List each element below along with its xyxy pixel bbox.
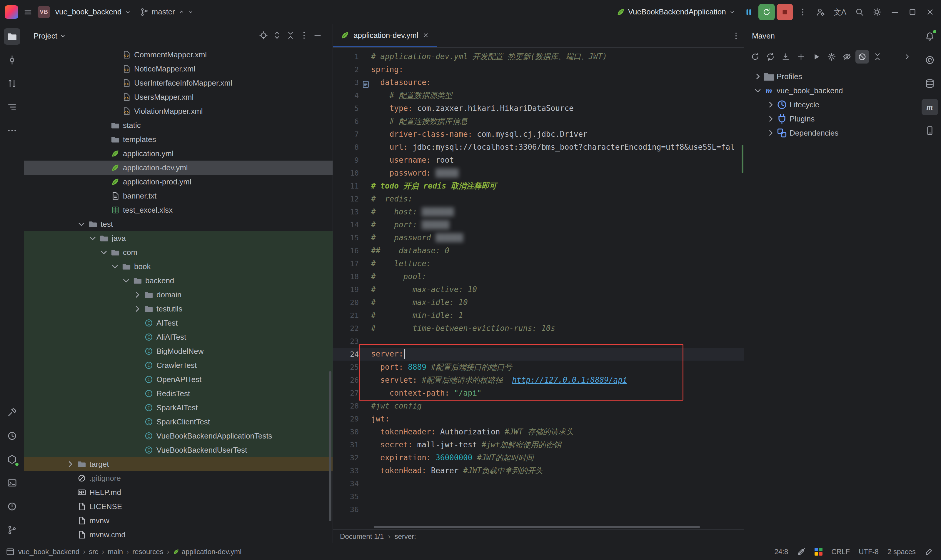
code-line-26[interactable]: 26 servlet: #配置后端请求的根路径 http://127.0.0.1… — [333, 374, 744, 386]
editor-options-button[interactable] — [728, 28, 744, 44]
tool-profiler-button[interactable] — [4, 428, 20, 444]
tool-terminal-button[interactable] — [4, 475, 20, 491]
tree-item-templates[interactable]: templates — [24, 132, 332, 146]
code-line-8[interactable]: 8 url: jdbc:mysql://localhost:3306/bms_b… — [333, 141, 744, 154]
more-actions-button[interactable] — [795, 4, 811, 20]
maven-generate-sources-button[interactable] — [764, 50, 777, 63]
project-switcher[interactable]: vue_book_backend — [52, 4, 135, 20]
code-line-35[interactable]: 35 — [333, 490, 744, 503]
code-line-6[interactable]: 6 # 配置连接数据库信息 — [333, 115, 744, 128]
search-button[interactable] — [852, 4, 867, 20]
code-line-15[interactable]: 15# password ██████ — [333, 231, 744, 244]
tree-item-backend[interactable]: backend — [24, 274, 332, 288]
tree-item-noticemapper-xml[interactable]: NoticeMapper.xml — [24, 62, 332, 76]
chevron-down-icon[interactable] — [87, 233, 98, 244]
tree-item-aliaitest[interactable]: CAliAITest — [24, 330, 332, 344]
code-line-17[interactable]: 17# lettuce: — [333, 257, 744, 270]
tree-item-application-yml[interactable]: application.yml — [24, 146, 332, 161]
maven-item-vue-book-backend[interactable]: mvue_book_backend — [744, 83, 918, 98]
project-window-icon[interactable] — [6, 547, 15, 556]
tree-item-banner-txt[interactable]: banner.txt — [24, 189, 332, 203]
tab-application-dev-yml[interactable]: application-dev.yml — [333, 24, 437, 47]
tab-close-icon[interactable] — [423, 32, 429, 38]
code-line-22[interactable]: 22# time-between-eviction-runs: 10s — [333, 322, 744, 335]
tree-item-redistest[interactable]: CRedisTest — [24, 386, 332, 401]
project-scrollbar[interactable] — [329, 371, 331, 521]
chevron-down-icon[interactable] — [121, 275, 132, 286]
code-line-21[interactable]: 21# min-idle: 1 — [333, 309, 744, 322]
tree-item-mvnw[interactable]: mvnw — [24, 514, 332, 528]
code-line-19[interactable]: 19# max-active: 10 — [333, 283, 744, 296]
hide-button[interactable] — [313, 31, 322, 41]
tool-database-button[interactable] — [922, 75, 938, 92]
tree-item-license[interactable]: LICENSE — [24, 499, 332, 514]
tree-item-target[interactable]: target — [24, 457, 332, 471]
code-line-13[interactable]: 13# host: ███████ — [333, 205, 744, 218]
tool-device-manager-button[interactable] — [922, 122, 938, 139]
tree-item-openapitest[interactable]: COpenAPITest — [24, 372, 332, 386]
locate-button[interactable] — [259, 31, 268, 41]
tree-item-com[interactable]: com — [24, 245, 332, 259]
more-vertical-button[interactable] — [300, 31, 309, 41]
code-line-4[interactable]: 4 # 配置数据源类型 — [333, 89, 744, 102]
code-line-30[interactable]: 30 tokenHeader: Authorization #JWT 存储的请求… — [333, 425, 744, 438]
tree-item-java[interactable]: java — [24, 231, 332, 245]
tree-item-aitest[interactable]: CAITest — [24, 316, 332, 330]
code-line-20[interactable]: 20# max-idle: 10 — [333, 296, 744, 309]
maven-chevron-right-button[interactable] — [900, 50, 914, 63]
tool-notifications-button[interactable] — [922, 28, 938, 45]
code-line-34[interactable]: 34 — [333, 477, 744, 490]
tool-version-control-button[interactable] — [4, 522, 20, 538]
maven-settings-button[interactable] — [825, 50, 838, 63]
maven-run-goal-button[interactable] — [810, 50, 823, 63]
code-line-25[interactable]: 25 port: 8889 #配置后端接口的端口号 — [333, 361, 744, 374]
project-view-selector[interactable]: Project — [34, 31, 66, 41]
caret-position[interactable]: 24:8 — [775, 548, 789, 556]
window-close-button[interactable] — [922, 4, 938, 20]
tree-item-application-prod-yml[interactable]: application-prod.yml — [24, 175, 332, 189]
chevron-right-icon[interactable] — [766, 114, 776, 124]
code-line-11[interactable]: 11# todo 开启 redis 取消注释即可 — [333, 179, 744, 192]
hyperlink[interactable]: http://127.0.0.1:8889/api — [512, 375, 627, 385]
chevron-right-icon[interactable] — [65, 458, 76, 470]
status-breadcrumb-item[interactable]: application-dev.yml — [173, 548, 242, 556]
translate-plugin-icon[interactable] — [815, 548, 823, 555]
maven-skip-tests-button[interactable] — [855, 50, 869, 63]
maven-collapse-all-button[interactable] — [871, 50, 884, 63]
chevron-right-icon[interactable] — [752, 71, 763, 82]
chevron-right-icon[interactable] — [132, 289, 143, 300]
code-line-18[interactable]: 18# pool: — [333, 270, 744, 283]
code-line-14[interactable]: 14# port: ██████ — [333, 218, 744, 231]
chevron-down-icon[interactable] — [109, 261, 121, 272]
tree-item-violationmapper-xml[interactable]: ViolationMapper.xml — [24, 104, 332, 118]
settings-button[interactable] — [869, 4, 885, 20]
tool-maven-button[interactable]: m — [922, 99, 938, 115]
tree-item-userinterfaceinfomapper-xml[interactable]: UserInterfaceInfoMapper.xml — [24, 76, 332, 90]
tree-item-domain[interactable]: domain — [24, 288, 332, 302]
code-line-29[interactable]: 29jwt: — [333, 412, 744, 425]
user-settings-button[interactable] — [812, 4, 828, 20]
maven-item-plugins[interactable]: Plugins — [744, 112, 918, 126]
code-line-33[interactable]: 33 tokenHead: Bearer #JWT负载中拿到的开头 — [333, 464, 744, 477]
code-line-10[interactable]: 10 password: █████ — [333, 166, 744, 179]
maven-reload-button[interactable] — [749, 50, 762, 63]
tool-commit-button[interactable] — [4, 52, 20, 68]
horizontal-scrollbar[interactable] — [374, 526, 700, 528]
maven-eye-off-button[interactable] — [840, 50, 854, 63]
rerun-button[interactable] — [758, 4, 775, 20]
tool-ai-assistant-button[interactable] — [922, 52, 938, 68]
chevron-right-icon[interactable] — [766, 128, 776, 138]
code-line-7[interactable]: 7 driver-class-name: com.mysql.cj.jdbc.D… — [333, 128, 744, 141]
status-breadcrumb-item[interactable]: src — [89, 548, 98, 556]
tree-item-help-md[interactable]: HELP.md — [24, 485, 332, 499]
chevron-down-icon[interactable] — [98, 247, 109, 258]
indent-setting[interactable]: 2 spaces — [887, 548, 916, 556]
code-line-23[interactable]: 23 — [333, 335, 744, 348]
tool-structure-button[interactable] — [4, 99, 20, 115]
code-line-24[interactable]: 24server: — [333, 348, 744, 361]
maven-item-profiles[interactable]: Profiles — [744, 69, 918, 83]
file-encoding[interactable]: UTF-8 — [859, 548, 879, 556]
tree-item-mvnw-cmd[interactable]: mvnw.cmd — [24, 528, 332, 542]
line-separator[interactable]: CRLF — [831, 548, 850, 556]
tree-item-testutils[interactable]: testutils — [24, 302, 332, 316]
